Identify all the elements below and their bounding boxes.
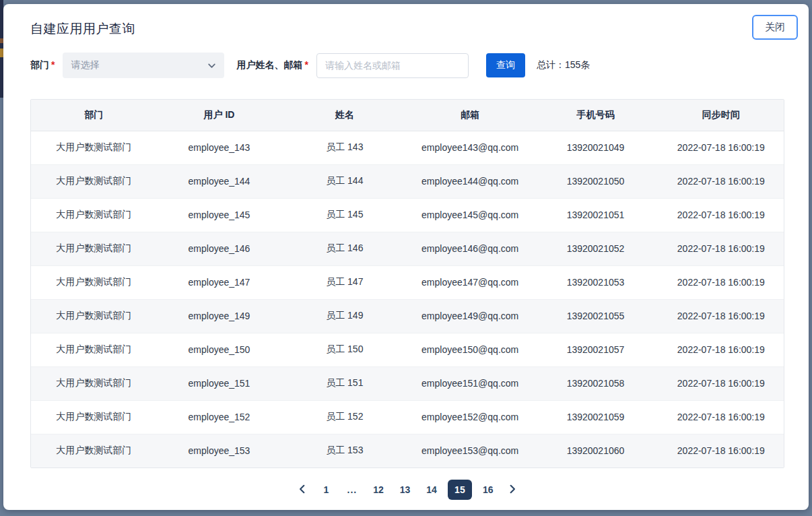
table-cell: employee_150 xyxy=(156,333,281,366)
table-cell: 13920021057 xyxy=(533,333,658,366)
table-row: 大用户数测试部门employee_146员工 146employee146@qq… xyxy=(31,232,784,265)
table-cell: 大用户数测试部门 xyxy=(31,232,156,265)
table-cell: employee_149 xyxy=(156,299,281,333)
table-cell: employee_153 xyxy=(156,434,281,467)
table-cell: employee_143 xyxy=(156,131,281,164)
table-cell: 大用户数测试部门 xyxy=(31,198,156,232)
table-cell: employee_144 xyxy=(156,164,281,198)
pagination-ellipsis[interactable]: ... xyxy=(342,480,363,500)
table-cell: 2022-07-18 16:00:19 xyxy=(658,265,784,299)
table-cell: employee_152 xyxy=(156,400,281,434)
table-cell: 员工 143 xyxy=(282,131,407,164)
table-cell: employee146@qq.com xyxy=(407,232,533,265)
table-cell: 员工 147 xyxy=(282,265,407,299)
pagination: 1...1213141516 xyxy=(30,480,784,500)
table-cell: 大用户数测试部门 xyxy=(31,131,156,164)
pagination-page[interactable]: 13 xyxy=(395,480,416,500)
table-cell: employee_151 xyxy=(156,366,281,400)
table-row: 大用户数测试部门employee_144员工 144employee144@qq… xyxy=(31,164,784,198)
table-cell: 13920021053 xyxy=(533,265,658,299)
department-select-placeholder: 请选择 xyxy=(71,59,99,71)
table-cell: employee150@qq.com xyxy=(407,333,533,366)
table-cell: 员工 150 xyxy=(282,333,407,366)
table-cell: 员工 152 xyxy=(282,400,407,434)
table-body: 大用户数测试部门employee_143员工 143employee143@qq… xyxy=(31,131,784,467)
table-cell: 2022-07-18 16:00:19 xyxy=(658,366,784,400)
column-header: 邮箱 xyxy=(407,100,533,131)
filter-bar: 部门* 请选择 用户姓名、邮箱* 查询 总计：155条 xyxy=(30,53,784,78)
search-button[interactable]: 查询 xyxy=(486,53,525,77)
table-row: 大用户数测试部门employee_152员工 152employee152@qq… xyxy=(31,400,784,434)
department-select[interactable]: 请选择 xyxy=(63,53,224,78)
table-cell: employee149@qq.com xyxy=(407,299,533,333)
required-asterisk: * xyxy=(51,59,55,70)
department-label: 部门* xyxy=(30,59,55,71)
table-cell: 大用户数测试部门 xyxy=(31,366,156,400)
users-table: 部门用户 ID姓名邮箱手机号码同步时间 大用户数测试部门employee_143… xyxy=(30,99,784,468)
chevron-down-icon xyxy=(207,61,216,70)
table-row: 大用户数测试部门employee_147员工 147employee147@qq… xyxy=(31,265,784,299)
table-cell: 大用户数测试部门 xyxy=(31,434,156,467)
pagination-page[interactable]: 12 xyxy=(368,480,389,500)
table-cell: 大用户数测试部门 xyxy=(31,265,156,299)
required-asterisk: * xyxy=(304,59,308,70)
table-cell: 2022-07-18 16:00:19 xyxy=(658,198,784,232)
table-cell: 13920021051 xyxy=(533,198,658,232)
table-cell: 2022-07-18 16:00:19 xyxy=(658,232,784,265)
table-cell: employee_145 xyxy=(156,198,281,232)
table-cell: employee145@qq.com xyxy=(407,198,533,232)
column-header: 用户 ID xyxy=(156,100,281,131)
table-cell: 2022-07-18 16:00:19 xyxy=(658,434,784,467)
table-row: 大用户数测试部门employee_143员工 143employee143@qq… xyxy=(31,131,784,164)
pagination-page[interactable]: 14 xyxy=(421,480,442,500)
table-cell: 大用户数测试部门 xyxy=(31,333,156,366)
close-button[interactable]: 关闭 xyxy=(752,15,798,40)
table-cell: 2022-07-18 16:00:19 xyxy=(658,333,784,366)
table-cell: employee143@qq.com xyxy=(407,131,533,164)
table-cell: 13920021060 xyxy=(533,434,658,467)
column-header: 手机号码 xyxy=(533,100,658,131)
table-cell: 员工 149 xyxy=(282,299,407,333)
table-header-row: 部门用户 ID姓名邮箱手机号码同步时间 xyxy=(31,100,784,131)
name-email-input[interactable] xyxy=(316,53,469,78)
user-name-email-label: 用户姓名、邮箱* xyxy=(236,59,308,71)
table-cell: 大用户数测试部门 xyxy=(31,299,156,333)
pagination-page[interactable]: 15 xyxy=(448,480,472,500)
column-header: 部门 xyxy=(31,100,156,131)
table-cell: employee_147 xyxy=(156,265,281,299)
chevron-left-icon xyxy=(298,484,307,496)
pagination-prev-button[interactable] xyxy=(294,480,311,500)
table-row: 大用户数测试部门employee_149员工 149employee149@qq… xyxy=(31,299,784,333)
table-cell: employee152@qq.com xyxy=(407,400,533,434)
table-cell: 2022-07-18 16:00:19 xyxy=(658,131,784,164)
table-cell: 员工 144 xyxy=(282,164,407,198)
table-cell: 13920021052 xyxy=(533,232,658,265)
table-cell: 13920021059 xyxy=(533,400,658,434)
page-title: 自建应用用户查询 xyxy=(30,20,784,38)
column-header: 同步时间 xyxy=(658,100,784,131)
table-row: 大用户数测试部门employee_153员工 153employee153@qq… xyxy=(31,434,784,467)
table-cell: employee151@qq.com xyxy=(407,366,533,400)
pagination-page[interactable]: 1 xyxy=(316,480,337,500)
table-cell: 2022-07-18 16:00:19 xyxy=(658,164,784,198)
table-row: 大用户数测试部门employee_150员工 150employee150@qq… xyxy=(31,333,784,366)
table-cell: 大用户数测试部门 xyxy=(31,164,156,198)
table-cell: 2022-07-18 16:00:19 xyxy=(658,299,784,333)
table-cell: employee144@qq.com xyxy=(407,164,533,198)
table-cell: 员工 145 xyxy=(282,198,407,232)
table-cell: 13920021058 xyxy=(533,366,658,400)
pagination-next-button[interactable] xyxy=(504,480,521,500)
table-cell: 13920021050 xyxy=(533,164,658,198)
pagination-page[interactable]: 16 xyxy=(477,480,499,500)
total-count: 总计：155条 xyxy=(537,59,590,71)
table-cell: employee153@qq.com xyxy=(407,434,533,467)
table-row: 大用户数测试部门employee_145员工 145employee145@qq… xyxy=(31,198,784,232)
table-cell: employee_146 xyxy=(156,232,281,265)
chevron-right-icon xyxy=(508,484,517,496)
table-row: 大用户数测试部门employee_151员工 151employee151@qq… xyxy=(31,366,784,400)
table-cell: 13920021049 xyxy=(533,131,658,164)
user-query-dialog: 自建应用用户查询 关闭 部门* 请选择 用户姓名、邮箱* 查询 总计：155条 … xyxy=(3,4,809,510)
pagination-pages: 1...1213141516 xyxy=(316,480,499,500)
table-cell: employee147@qq.com xyxy=(407,265,533,299)
table-cell: 员工 146 xyxy=(282,232,407,265)
